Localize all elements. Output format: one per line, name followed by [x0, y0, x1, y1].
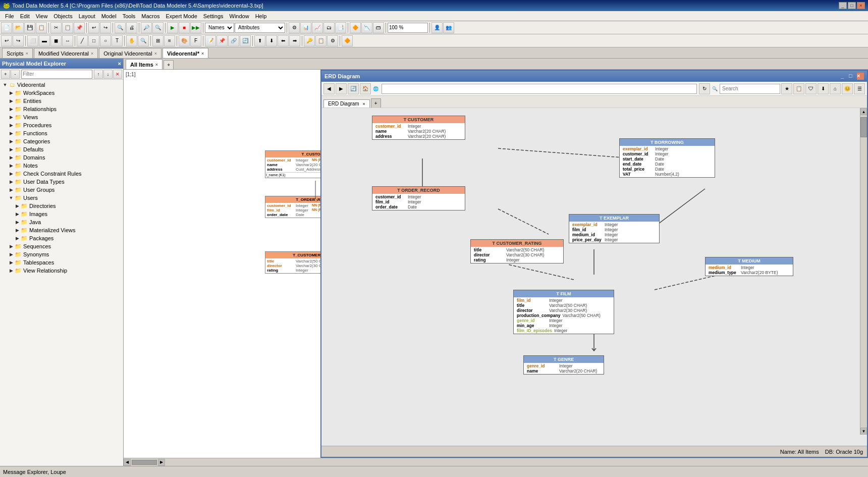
- menu-model[interactable]: Model: [98, 12, 120, 20]
- tb2-more8[interactable]: 🔑: [304, 35, 315, 46]
- menu-macros[interactable]: Macros: [138, 12, 162, 20]
- tree-toggle-user-groups[interactable]: ▶: [8, 187, 14, 192]
- menu-objects[interactable]: Objects: [50, 12, 75, 20]
- erd-vscrollbar[interactable]: ▲ ▼: [860, 108, 867, 435]
- tab-modified-close[interactable]: ×: [91, 51, 93, 56]
- erd-shield[interactable]: 🛡: [805, 83, 817, 94]
- tree-item-user-data-types[interactable]: ▶ 📁 User Data Types: [0, 178, 123, 186]
- erd-tab-add[interactable]: +: [371, 98, 381, 108]
- panel-close-button[interactable]: ×: [118, 61, 121, 67]
- tb-b6[interactable]: 📉: [361, 22, 372, 33]
- tb-b5[interactable]: 🔶: [350, 22, 361, 33]
- erd-url-go[interactable]: ↻: [699, 83, 710, 94]
- names-select[interactable]: Names: [205, 23, 234, 33]
- zoom-input[interactable]: [388, 23, 428, 33]
- panel-sort-desc[interactable]: ↓: [103, 70, 113, 79]
- tab-videorental[interactable]: Videorental* ×: [162, 48, 208, 58]
- tree-item-domains[interactable]: ▶ 📁 Domains: [0, 153, 123, 162]
- erd-bookmark-star[interactable]: ★: [781, 83, 792, 94]
- tb-settings[interactable]: ⚙: [289, 22, 300, 33]
- tb2-more6[interactable]: ⬅: [278, 35, 289, 46]
- attributes-select[interactable]: Attributes: [235, 23, 285, 33]
- tree-toggle-relationships[interactable]: ▶: [8, 107, 14, 112]
- tb-b7[interactable]: 🗃: [373, 22, 384, 33]
- tree-toggle-sequences[interactable]: ▶: [8, 244, 14, 249]
- erd-tab-close[interactable]: ×: [362, 101, 365, 107]
- tree-item-functions[interactable]: ▶ 📁 Functions: [0, 129, 123, 137]
- erd-download[interactable]: ⬇: [818, 83, 829, 94]
- close-button[interactable]: ×: [857, 2, 865, 9]
- tree-toggle-view-relationship[interactable]: ▶: [8, 268, 14, 273]
- menu-tools[interactable]: Tools: [120, 12, 139, 20]
- erd-diagram-content[interactable]: T CUSTOMER customer_id Integer name Varc…: [321, 108, 867, 446]
- tb-find[interactable]: 🔍: [115, 22, 126, 33]
- tb-b3[interactable]: 🗂: [323, 22, 335, 33]
- menu-file[interactable]: File: [2, 12, 17, 20]
- tb2-text[interactable]: T: [112, 35, 123, 46]
- tb2-b2[interactable]: ↪: [13, 35, 24, 46]
- tb-play[interactable]: ▶▶: [190, 22, 201, 33]
- tree-item-defaults[interactable]: ▶ 📁 Defaults: [0, 145, 123, 153]
- tb2-hand[interactable]: ✋: [126, 35, 137, 46]
- tb-stop[interactable]: ■: [179, 22, 190, 33]
- tree-item-java[interactable]: ▶ 📁 Java: [0, 218, 123, 226]
- panel-expand-btn[interactable]: +: [1, 70, 10, 79]
- maximize-button[interactable]: □: [848, 2, 856, 9]
- tree-item-sequences[interactable]: ▶ 📁 Sequences: [0, 242, 123, 250]
- tree-item-procedures[interactable]: ▶ 📁 Procedures: [0, 121, 123, 129]
- tb-redo[interactable]: ↪: [100, 22, 111, 33]
- tb-zoom-out[interactable]: 🔍: [152, 22, 164, 33]
- tree-item-users[interactable]: ▼ 📁 Users: [0, 194, 123, 202]
- tree-item-root[interactable]: ▼ 🗂 Videorental: [0, 81, 123, 89]
- tree-toggle-images[interactable]: ▶: [14, 211, 20, 217]
- menu-expertmode[interactable]: Expert Mode: [162, 12, 200, 20]
- panel-search-input[interactable]: [21, 70, 92, 79]
- tab-modified[interactable]: Modified Videorental ×: [34, 48, 98, 58]
- erd-nav-back[interactable]: ◀: [323, 83, 335, 94]
- tree-item-entities[interactable]: ▶ 📁 Entities: [0, 97, 123, 105]
- tab-scripts-close[interactable]: ×: [26, 51, 28, 56]
- diagram-tab-add[interactable]: +: [164, 60, 174, 69]
- tree-toggle-procedures[interactable]: ▶: [8, 123, 14, 128]
- erd-tab-diagram[interactable]: ERD Diagram ×: [323, 99, 370, 108]
- tree-item-workspaces[interactable]: ▶ 📁 WorkSpaces: [0, 89, 123, 97]
- tree-toggle-packages[interactable]: ▶: [14, 236, 20, 241]
- canvas-hscroll-thumb[interactable]: [132, 460, 157, 465]
- tree-item-check-constraint[interactable]: ▶ 📁 Check Constraint Rules: [0, 170, 123, 178]
- erd-maximize-btn[interactable]: □: [849, 73, 856, 80]
- tree-item-materialized-views[interactable]: ▶ 📁 Materialized Views: [0, 226, 123, 234]
- tree-item-directories[interactable]: ▶ 📁 Directories: [0, 202, 123, 210]
- tree-item-notes[interactable]: ▶ 📁 Notes: [0, 162, 123, 170]
- tree-item-synonyms[interactable]: ▶ 📁 Synonyms: [0, 250, 123, 258]
- tb2-more5[interactable]: ⬇: [266, 35, 277, 46]
- tb2-b1[interactable]: ↩: [1, 35, 12, 46]
- tb2-rect[interactable]: □: [88, 35, 99, 46]
- tb-b4[interactable]: 📑: [335, 22, 346, 33]
- tb2-more4[interactable]: ⬆: [254, 35, 265, 46]
- tree-toggle-root[interactable]: ▼: [2, 82, 8, 87]
- tb-user[interactable]: 👤: [431, 22, 443, 33]
- tree-toggle-views[interactable]: ▶: [8, 115, 14, 120]
- erd-nav-home[interactable]: 🏠: [360, 83, 371, 94]
- tree-toggle-java[interactable]: ▶: [14, 220, 20, 225]
- canvas-scroll-left[interactable]: ◀: [124, 459, 131, 466]
- tab-videorental-close[interactable]: ×: [201, 51, 204, 56]
- menu-edit[interactable]: Edit: [17, 12, 33, 20]
- tree-item-view-relationship[interactable]: ▶ 📁 View Relationship: [0, 267, 123, 275]
- canvas-hscrollbar[interactable]: ◀ ▶: [124, 458, 868, 466]
- erd-home2[interactable]: ⌂: [830, 83, 841, 94]
- erd-scroll-track[interactable]: [860, 115, 867, 428]
- panel-clear-btn[interactable]: ✕: [113, 70, 122, 79]
- tb2-view[interactable]: ◼: [50, 35, 62, 46]
- tree-toggle-workspaces[interactable]: ▶: [8, 90, 14, 95]
- tb-save[interactable]: 💾: [24, 22, 35, 33]
- erd-close-btn[interactable]: ×: [857, 73, 864, 80]
- panel-sort-asc[interactable]: ↑: [94, 70, 103, 79]
- tb2-more1[interactable]: 📌: [216, 35, 228, 46]
- tree-toggle-functions[interactable]: ▶: [8, 131, 14, 136]
- tb-zoom-in[interactable]: 🔎: [141, 22, 152, 33]
- tb-open[interactable]: 📂: [13, 22, 24, 33]
- tree-toggle-materialized-views[interactable]: ▶: [14, 228, 20, 233]
- tree-item-views[interactable]: ▶ 📁 Views: [0, 113, 123, 121]
- tb-save-all[interactable]: 📋: [36, 22, 47, 33]
